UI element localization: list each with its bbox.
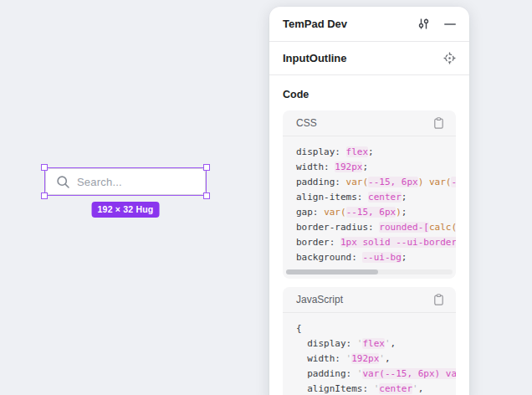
code-line: border: 1px solid --ui-border-color; bbox=[296, 235, 456, 250]
clipboard-icon bbox=[433, 294, 444, 305]
horizontal-scrollbar-track[interactable] bbox=[286, 269, 453, 274]
size-badge: 192 × 32 Hug bbox=[92, 202, 160, 218]
selection-handle-top-left[interactable] bbox=[41, 164, 48, 171]
horizontal-scrollbar-thumb[interactable] bbox=[286, 269, 378, 274]
tempad-dev-panel: TemPad Dev InputOutline bbox=[269, 7, 469, 395]
code-line: padding: var(--15, 6px) var(--15, 6px); bbox=[296, 175, 456, 190]
code-line: gap: var(--15, 6px); bbox=[296, 205, 456, 220]
javascript-code-lines: { display: 'flex', width: '192px', paddi… bbox=[283, 313, 456, 395]
panel-header: TemPad Dev bbox=[269, 7, 469, 42]
css-block-header: CSS bbox=[283, 110, 456, 136]
copy-css-button[interactable] bbox=[433, 117, 444, 129]
css-block-title: CSS bbox=[296, 117, 317, 129]
selection-name: InputOutline bbox=[283, 52, 347, 64]
code-line: width: 192px; bbox=[296, 160, 456, 175]
panel-title: TemPad Dev bbox=[283, 18, 347, 30]
minimize-icon[interactable] bbox=[444, 18, 456, 30]
search-placeholder: Search... bbox=[77, 176, 122, 188]
code-line: alignItems: 'center', bbox=[296, 382, 456, 395]
selected-component: Search... 192 × 32 Hug bbox=[45, 168, 206, 195]
panel-body: Code CSS display: flex;width: 192px;padd… bbox=[269, 75, 469, 395]
code-line: display: 'flex', bbox=[296, 336, 456, 351]
javascript-code-block: JavaScript { display: 'flex', width: '19… bbox=[283, 287, 456, 395]
code-line: border-radius: rounded-[calc(var(--round… bbox=[296, 220, 456, 235]
code-line: background: --ui-bg; bbox=[296, 250, 456, 265]
copy-javascript-button[interactable] bbox=[433, 294, 444, 305]
css-code-block: CSS display: flex;width: 192px;padding: … bbox=[283, 110, 456, 279]
search-input-component[interactable]: Search... bbox=[45, 168, 206, 195]
selection-row: InputOutline bbox=[269, 42, 469, 75]
search-icon bbox=[56, 175, 70, 189]
javascript-block-title: JavaScript bbox=[296, 294, 343, 305]
code-line: align-items: center; bbox=[296, 190, 456, 205]
locate-crosshair-icon[interactable] bbox=[443, 52, 456, 64]
selection-handle-bottom-left[interactable] bbox=[41, 192, 48, 199]
selection-handle-top-right[interactable] bbox=[203, 164, 210, 171]
code-section-label: Code bbox=[283, 89, 456, 100]
css-code-lines: display: flex;width: 192px;padding: var(… bbox=[283, 136, 456, 279]
code-line: display: flex; bbox=[296, 145, 456, 160]
clipboard-icon bbox=[433, 117, 444, 129]
code-line: width: '192px', bbox=[296, 351, 456, 367]
tune-icon[interactable] bbox=[417, 18, 430, 30]
selection-handle-bottom-right[interactable] bbox=[203, 192, 210, 199]
javascript-block-header: JavaScript bbox=[283, 287, 456, 313]
code-line: { bbox=[296, 321, 456, 336]
code-line: padding: 'var(--15, 6px) var(--15, 6px)'… bbox=[296, 367, 456, 382]
